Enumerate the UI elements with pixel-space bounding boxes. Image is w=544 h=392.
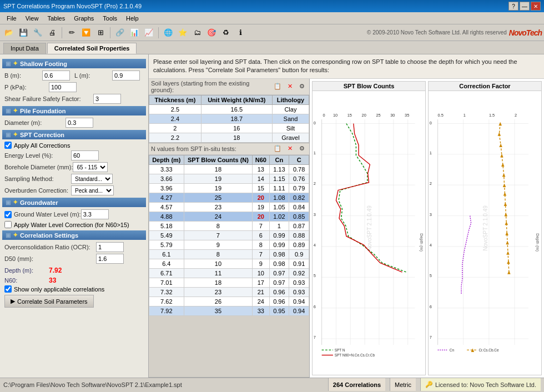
menu-tables[interactable]: Tables <box>43 14 69 23</box>
menu-view[interactable]: View <box>21 14 43 23</box>
soil-layer-row[interactable]: 2 16 Silt <box>149 123 309 133</box>
p-input[interactable] <box>49 82 77 92</box>
spt-depth: 7.32 <box>149 287 184 296</box>
spt-more-btn[interactable]: ⚙ <box>297 144 307 153</box>
soil-layer-row[interactable]: 2.5 16.5 Clay <box>149 104 309 114</box>
spt-table-row[interactable]: 3.66 19 14 1.15 0.76 <box>149 174 309 183</box>
d50-label: D50 (mm): <box>4 255 96 262</box>
gw-level-checkbox[interactable] <box>4 211 12 218</box>
spt-table-row[interactable]: 6.4 10 9 0.98 0.91 <box>149 259 309 268</box>
minimize-btn[interactable]: — <box>520 2 530 11</box>
apply-all-label: Apply All Corrections <box>14 142 70 149</box>
spt-table-row[interactable]: 5.18 8 7 1 0.87 <box>149 221 309 230</box>
diameter-input[interactable] <box>66 118 93 128</box>
spt-table-row[interactable]: 4.57 23 19 1.05 0.84 <box>149 202 309 212</box>
spt-table-row[interactable]: 6.71 11 10 0.97 0.92 <box>149 268 309 278</box>
spt-table-row[interactable]: 5.49 7 6 0.99 0.88 <box>149 230 309 240</box>
correlate-button[interactable]: ▶ Correlate Soil Parameters <box>4 295 94 308</box>
spt-table-row[interactable]: 4.88 24 20 1.02 0.85 <box>149 212 309 221</box>
spt-table-row[interactable]: 3.96 19 15 1.11 0.79 <box>149 183 309 193</box>
soil-layers-scroll[interactable]: Thickness (m) Unit Weight (kN/m3) Lithol… <box>149 95 309 143</box>
spt-cn: 0.98 <box>269 259 289 268</box>
spt-del-btn[interactable]: ✕ <box>285 144 295 153</box>
spt-table-row[interactable]: 6.1 8 7 0.98 0.9 <box>149 249 309 259</box>
toolbar-star-btn[interactable]: ⭐ <box>176 26 189 39</box>
energy-input[interactable] <box>71 150 99 160</box>
soil-lithology: Gravel <box>272 133 309 142</box>
menu-tools[interactable]: Tools <box>98 14 122 23</box>
d50-input[interactable] <box>96 254 124 264</box>
borehole-select[interactable]: 65 - 115 <box>73 162 108 172</box>
soil-del-btn[interactable]: ✕ <box>285 82 295 91</box>
instruction-text: Please enter soil layering and SPT data.… <box>149 54 544 79</box>
ocr-input[interactable] <box>96 242 124 252</box>
soil-more-btn[interactable]: ⚙ <box>297 82 307 91</box>
spt-table-row[interactable]: 4.27 25 20 1.08 0.82 <box>149 193 309 202</box>
menu-file[interactable]: File <box>2 14 21 23</box>
overburden-select[interactable]: Peck and... <box>71 185 114 195</box>
toolbar-layers-btn[interactable]: 🗂 <box>190 26 204 39</box>
spt-table-row[interactable]: 3.33 18 13 1.13 0.78 <box>149 164 309 174</box>
toolbar-pencil-btn[interactable]: ✏ <box>65 26 78 39</box>
tab-correlated-soil[interactable]: Correlated Soil Properties <box>47 43 137 54</box>
col-lithology: Lithology <box>272 95 309 104</box>
toolbar-wrench-btn[interactable]: 🔧 <box>31 26 44 39</box>
l-label: L (m): <box>74 72 108 79</box>
sampling-select[interactable]: Standard... <box>71 174 113 184</box>
pile-expand-icon[interactable]: ▣ <box>6 108 11 114</box>
toolbar-target-btn[interactable]: 🎯 <box>205 26 218 39</box>
tabs-bar: Input Data Correlated Soil Properties <box>0 41 544 54</box>
spt-depth: 7.62 <box>149 296 184 306</box>
spt-n60: 19 <box>253 202 269 212</box>
close-btn[interactable]: ✕ <box>531 2 541 11</box>
cs-expand-icon[interactable]: ▣ <box>6 232 11 238</box>
shallow-footing-expand-icon[interactable]: ▣ <box>6 61 11 67</box>
spt-depth: 7.92 <box>149 306 184 315</box>
toolbar-open-btn[interactable]: 📂 <box>2 26 16 39</box>
menu-graphs[interactable]: Graphs <box>69 14 98 23</box>
help-btn[interactable]: ? <box>508 2 518 11</box>
toolbar-bar-btn[interactable]: 📈 <box>142 26 155 39</box>
toolbar-link-btn[interactable]: 🔗 <box>113 26 127 39</box>
spt-scroll[interactable]: Depth (m) SPT Blow Counts (N) N60 Cn C 3… <box>149 155 309 377</box>
spt-expand-icon[interactable]: ▣ <box>6 132 11 138</box>
menu-help[interactable]: Help <box>122 14 143 23</box>
soil-layer-row[interactable]: 2.2 18 Gravel <box>149 133 309 142</box>
spt-table-row[interactable]: 7.92 35 33 0.95 0.94 <box>149 306 309 315</box>
toolbar-print-btn[interactable]: 🖨 <box>46 26 59 39</box>
toolbar-refresh-btn[interactable]: ♻ <box>219 26 233 39</box>
toolbar-info-btn[interactable]: ℹ <box>234 26 247 39</box>
b-input[interactable] <box>42 71 70 81</box>
spt-table-row[interactable]: 7.62 26 24 0.96 0.94 <box>149 296 309 306</box>
svg-marker-62 <box>499 143 502 147</box>
spt-n: 26 <box>184 296 253 306</box>
spt-table-row[interactable]: 7.01 18 17 0.97 0.93 <box>149 278 309 287</box>
toolbar-grid-btn[interactable]: ⊞ <box>94 26 107 39</box>
svg-text:0: 0 <box>430 120 432 125</box>
soil-thickness: 2.5 <box>149 104 202 114</box>
gw-expand-icon[interactable]: ▣ <box>6 199 11 205</box>
svg-text:3: 3 <box>430 212 432 217</box>
spt-table-row[interactable]: 7.32 23 21 0.96 0.93 <box>149 287 309 296</box>
water-correction-checkbox[interactable] <box>4 221 12 228</box>
spt-n60: 21 <box>253 287 269 296</box>
tab-input-data[interactable]: Input Data <box>3 43 46 54</box>
show-only-checkbox[interactable] <box>4 285 12 293</box>
spt-label: N values from SPT in-situ tests: <box>151 145 270 152</box>
toolbar-globe-btn[interactable]: 🌐 <box>162 26 175 39</box>
toolbar-save-btn[interactable]: 💾 <box>17 26 30 39</box>
toolbar-filter-btn[interactable]: 🔽 <box>79 26 93 39</box>
apply-all-checkbox[interactable] <box>4 142 12 149</box>
gw-level-input[interactable] <box>81 209 109 219</box>
soil-layer-row[interactable]: 2.4 18.7 Sand <box>149 114 309 123</box>
spt-n: 11 <box>184 268 253 278</box>
spt-table-row[interactable]: 5.79 9 8 0.99 0.89 <box>149 240 309 249</box>
svg-text:SPT N60=N.Ce.Cs.Cr.Cb: SPT N60=N.Ce.Cs.Cr.Cb <box>335 353 375 357</box>
l-input[interactable] <box>112 71 140 81</box>
safety-input[interactable] <box>93 94 121 104</box>
spt-add-btn[interactable]: 📋 <box>273 144 283 153</box>
toolbar-chart-btn[interactable]: 📊 <box>128 26 141 39</box>
soil-add-btn[interactable]: 📋 <box>273 82 283 91</box>
spt-cn: 1 <box>269 221 289 230</box>
soil-lithology: Silt <box>272 123 309 133</box>
